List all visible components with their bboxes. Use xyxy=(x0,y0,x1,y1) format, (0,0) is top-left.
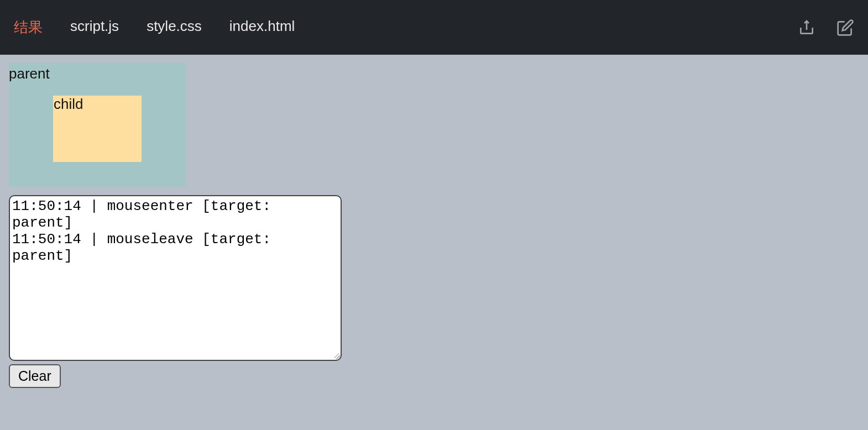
log-content: 11:50:14 | mouseenter [target: parent] 1… xyxy=(12,198,280,264)
tab-result[interactable]: 结果 xyxy=(14,13,43,41)
parent-box[interactable]: parent child xyxy=(9,62,186,187)
tab-index[interactable]: index.html xyxy=(229,13,295,41)
resize-handle[interactable] xyxy=(332,351,339,359)
content-area: parent child 11:50:14 | mouseenter [targ… xyxy=(0,55,868,396)
parent-label: parent xyxy=(9,62,186,82)
share-icon[interactable] xyxy=(798,19,815,36)
tab-bar: 结果 script.js style.css index.html xyxy=(14,13,295,41)
log-textarea[interactable]: 11:50:14 | mouseenter [target: parent] 1… xyxy=(9,195,342,361)
clear-button[interactable]: Clear xyxy=(9,364,61,388)
header-actions xyxy=(798,19,854,36)
tab-script[interactable]: script.js xyxy=(70,13,119,41)
edit-icon[interactable] xyxy=(836,19,854,36)
header: 结果 script.js style.css index.html xyxy=(0,0,868,55)
child-label: child xyxy=(53,96,142,113)
tab-style[interactable]: style.css xyxy=(147,13,202,41)
child-box[interactable]: child xyxy=(53,96,142,162)
